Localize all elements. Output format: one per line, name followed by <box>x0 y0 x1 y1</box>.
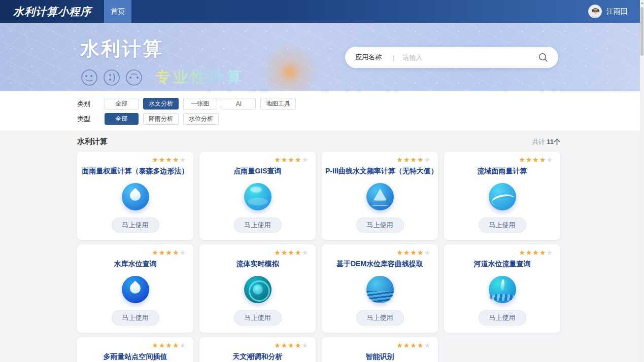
filter-label: 类型 <box>77 115 97 124</box>
star-icon: ★ <box>546 156 553 164</box>
section-title: 水利计算 <box>77 137 108 147</box>
user-menu[interactable]: 江雨田 <box>588 0 644 23</box>
star-icon: ★ <box>539 248 547 257</box>
river-splash-icon <box>489 276 516 303</box>
star-icon: ★ <box>301 156 309 164</box>
star-icon: ★ <box>301 341 309 349</box>
scrollbar-up-arrow[interactable]: ▲ <box>640 2 643 5</box>
filter-option-button[interactable]: 水文分析 <box>143 98 179 110</box>
fluid-simulation-ring-icon <box>244 276 272 303</box>
star-icon: ★ <box>288 248 295 257</box>
app-card: ★★★★★P-III曲线水文频率计算（无特大值）马上使用 <box>322 152 438 240</box>
star-icon: ★ <box>173 156 180 164</box>
rain-weight-drop-icon <box>122 183 149 210</box>
star-icon: ★ <box>424 156 431 164</box>
star-icon: ★ <box>152 156 159 164</box>
star-icon: ★ <box>403 248 411 257</box>
hero-banner: 水利计算 <box>0 23 644 91</box>
star-icon: ★ <box>532 156 539 164</box>
smiley-icon <box>103 68 121 87</box>
app-card: ★★★★★点雨量GIS查询马上使用 <box>199 152 316 240</box>
app-card: ★★★★★天文潮调和分析马上使用 <box>199 337 316 362</box>
search-separator: | <box>393 54 394 61</box>
use-now-button[interactable]: 马上使用 <box>479 310 526 325</box>
app-card: ★★★★★多雨量站点空间插值马上使用 <box>77 337 193 362</box>
star-icon: ★ <box>396 341 403 349</box>
card-title: 基于DEM水位库容曲线提取 <box>336 260 423 269</box>
filter-option-button[interactable]: 全部 <box>105 113 139 125</box>
frequency-peak-icon <box>366 183 394 210</box>
star-icon: ★ <box>281 341 288 349</box>
filter-option-button[interactable]: 降雨分析 <box>143 113 179 125</box>
filter-option-button[interactable]: 全部 <box>105 98 139 110</box>
result-count-value: 11个 <box>547 138 560 146</box>
search-input[interactable] <box>402 54 538 61</box>
hero-text-block: 水利计算 <box>80 36 244 88</box>
rating-stars: ★★★★★ <box>274 156 311 164</box>
star-icon: ★ <box>417 248 424 257</box>
basin-rain-wave-icon <box>489 183 516 210</box>
card-title: 天文潮调和分析 <box>233 352 283 361</box>
filter-option-button[interactable]: 水位分析 <box>183 113 219 125</box>
use-now-button[interactable]: 马上使用 <box>112 218 159 233</box>
filter-option-button[interactable]: AI <box>222 98 256 110</box>
star-icon: ★ <box>417 156 424 164</box>
username: 江雨田 <box>606 7 628 16</box>
use-now-button[interactable]: 马上使用 <box>234 310 282 325</box>
star-icon: ★ <box>410 248 417 257</box>
star-icon: ★ <box>403 156 411 164</box>
star-icon: ★ <box>410 156 417 164</box>
use-now-button[interactable]: 马上使用 <box>234 218 282 233</box>
star-icon: ★ <box>532 248 539 257</box>
search-bar: 应用名称 | <box>345 47 558 68</box>
star-icon: ★ <box>424 248 431 257</box>
card-title: 面雨量权重计算（泰森多边形法） <box>82 167 189 176</box>
use-now-button[interactable]: 马上使用 <box>356 310 404 325</box>
star-icon: ★ <box>152 248 159 257</box>
card-title: 水库水位查询 <box>114 260 157 269</box>
use-now-button[interactable]: 马上使用 <box>112 310 159 325</box>
star-icon: ★ <box>519 156 526 164</box>
app-card: ★★★★★基于DEM水位库容曲线提取马上使用 <box>322 244 438 333</box>
star-icon: ★ <box>281 156 288 164</box>
scrollbar-thumb[interactable] <box>640 7 643 56</box>
navbar-spacer <box>131 0 588 23</box>
filter-panel: 类别全部水文分析一张图AI地图工具类型全部降雨分析水位分析 <box>0 91 644 131</box>
nav-tab-home[interactable]: 首页 <box>104 0 131 23</box>
app-card: ★★★★★智能识别马上使用 <box>322 337 438 362</box>
rating-stars: ★★★★★ <box>152 341 188 349</box>
avatar[interactable] <box>588 5 602 18</box>
scrollbar[interactable]: ▲ <box>640 0 644 362</box>
star-icon: ★ <box>539 156 547 164</box>
filter-label: 类别 <box>77 99 97 108</box>
rating-stars: ★★★★★ <box>519 156 555 164</box>
star-icon: ★ <box>274 248 281 257</box>
star-icon: ★ <box>173 341 180 349</box>
star-icon: ★ <box>403 341 411 349</box>
star-icon: ★ <box>179 156 186 164</box>
section-header: 水利计算 共计11个 <box>77 131 560 152</box>
use-now-button[interactable]: 马上使用 <box>356 218 404 233</box>
filter-option-button[interactable]: 地图工具 <box>260 98 296 110</box>
search-icon[interactable] <box>538 52 548 62</box>
filter-option-button[interactable]: 一张图 <box>183 98 217 110</box>
star-icon: ★ <box>396 248 403 257</box>
star-icon: ★ <box>295 156 302 164</box>
app-card: ★★★★★流体实时模拟马上使用 <box>199 244 316 333</box>
star-icon: ★ <box>173 248 180 257</box>
star-icon: ★ <box>417 341 424 349</box>
use-now-button[interactable]: 马上使用 <box>479 218 526 233</box>
rating-stars: ★★★★★ <box>396 248 433 257</box>
rating-stars: ★★★★★ <box>519 248 555 257</box>
hero-title: 水利计算 <box>80 36 244 62</box>
star-icon: ★ <box>159 156 166 164</box>
star-icon: ★ <box>165 156 173 164</box>
gis-globe-icon <box>244 183 272 210</box>
rating-stars: ★★★★★ <box>152 156 188 164</box>
star-icon: ★ <box>281 248 288 257</box>
star-icon: ★ <box>526 248 533 257</box>
reservoir-drop-icon <box>122 276 149 303</box>
avatar-photo <box>589 5 602 18</box>
star-icon: ★ <box>179 341 186 349</box>
star-icon: ★ <box>274 341 281 349</box>
